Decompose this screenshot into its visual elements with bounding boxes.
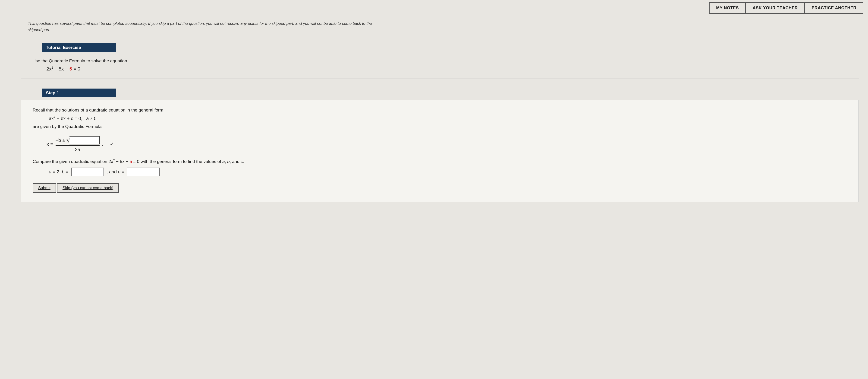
- step1-content-box: Recall that the solutions of a quadratic…: [21, 100, 859, 202]
- formula-numerator: −b ± √: [56, 136, 100, 145]
- page-wrapper: MY NOTES ASK YOUR TEACHER PRACTICE ANOTH…: [0, 0, 868, 379]
- tutorial-header: Tutorial Exercise: [42, 43, 116, 52]
- sqrt-box: √: [66, 136, 100, 144]
- c-value-input[interactable]: [127, 168, 160, 176]
- recall-text: Recall that the solutions of a quadratic…: [33, 107, 849, 114]
- given-by-text: are given by the Quadratic Formula: [33, 123, 849, 130]
- period-label: .: [102, 141, 103, 147]
- ask-teacher-button[interactable]: ASK YOUR TEACHER: [746, 2, 805, 14]
- step1-header: Step 1: [42, 89, 116, 97]
- tutorial-equation: 2x2 − 5x − 5 = 0: [46, 66, 852, 71]
- checkmark-icon: ✓: [110, 141, 114, 147]
- values-row: a = 2, b = , and c =: [49, 168, 849, 176]
- general-form-equation: ax2 + bx + c = 0, a ≠ 0: [49, 115, 849, 121]
- tutorial-instruction: Use the Quadratic Formula to solve the e…: [32, 58, 852, 63]
- my-notes-button[interactable]: MY NOTES: [709, 2, 746, 14]
- tutorial-content: Use the Quadratic Formula to solve the e…: [21, 52, 859, 79]
- b-value-input[interactable]: [71, 168, 104, 176]
- sqrt-inner-input[interactable]: [69, 136, 100, 144]
- compare-text: Compare the given quadratic equation 2x2…: [33, 158, 849, 166]
- a-equals-label: a = 2, b =: [49, 169, 68, 175]
- and-c-label: , and c =: [106, 169, 124, 175]
- formula-denominator: 2a: [56, 146, 100, 152]
- x-equals-label: x =: [46, 141, 53, 147]
- formula-fraction: −b ± √ 2a: [56, 136, 100, 152]
- top-bar: MY NOTES ASK YOUR TEACHER PRACTICE ANOTH…: [0, 0, 868, 16]
- submit-button[interactable]: Submit: [33, 183, 56, 193]
- practice-another-button[interactable]: PRACTICE ANOTHER: [805, 2, 863, 14]
- bottom-buttons: Submit Skip (you cannot come back): [33, 183, 849, 193]
- intro-text: This question has several parts that mus…: [0, 16, 394, 35]
- neg-b-pm-label: −b ±: [56, 138, 65, 143]
- skip-button[interactable]: Skip (you cannot come back): [57, 183, 119, 193]
- quadratic-formula-row: x = −b ± √ 2a . ✓: [46, 136, 849, 152]
